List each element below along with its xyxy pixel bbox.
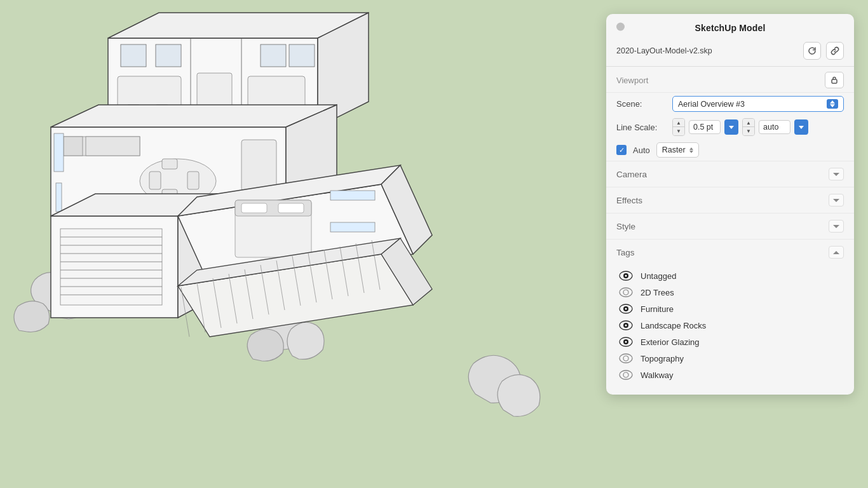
camera-chevron-down-icon xyxy=(833,173,839,176)
tag-item[interactable]: Exterior Glazing xyxy=(606,334,854,350)
scene-arrow xyxy=(827,99,838,109)
svg-point-81 xyxy=(625,325,627,327)
auto-dropdown-button[interactable] xyxy=(794,119,808,135)
file-row: 2020-LayOut-Model-v2.skp xyxy=(606,39,854,67)
svg-rect-19 xyxy=(86,137,140,156)
auto-stepper-up-button[interactable]: ▲ xyxy=(743,119,754,127)
tag-item[interactable]: Walkway xyxy=(606,367,854,383)
raster-value: Raster xyxy=(662,146,686,154)
building-sketch xyxy=(0,0,546,488)
panel-dot xyxy=(616,23,625,31)
effects-label: Effects xyxy=(616,196,642,205)
style-chevron[interactable] xyxy=(829,220,844,233)
svg-rect-70 xyxy=(832,79,837,83)
tags-chevron-up-icon xyxy=(833,251,839,254)
auto-stepper-down-button[interactable]: ▼ xyxy=(743,127,754,135)
svg-point-78 xyxy=(625,308,627,310)
tag-item[interactable]: Landscape Rocks xyxy=(606,317,854,334)
refresh-button[interactable] xyxy=(803,42,821,60)
tag-visibility-icon[interactable] xyxy=(619,271,633,281)
line-scale-label: Line Scale: xyxy=(616,123,667,132)
camera-section[interactable]: Camera xyxy=(606,161,854,187)
svg-rect-10 xyxy=(197,73,232,108)
scene-select[interactable]: Aerial Overview #3 xyxy=(672,96,844,112)
arrow-up-icon xyxy=(830,100,835,104)
svg-rect-5 xyxy=(261,44,286,67)
tag-item[interactable]: Topography xyxy=(606,350,854,367)
link-button[interactable] xyxy=(826,42,844,60)
file-name: 2020-LayOut-Model-v2.skp xyxy=(616,46,712,55)
tag-name: Exterior Glazing xyxy=(641,337,699,347)
svg-rect-45 xyxy=(241,203,267,213)
file-icons xyxy=(803,42,844,60)
auto-stepper[interactable]: ▲ ▼ xyxy=(742,118,755,136)
svg-rect-6 xyxy=(289,44,315,67)
camera-chevron[interactable] xyxy=(829,168,844,180)
auto-dropdown-arrow-icon xyxy=(799,126,804,129)
tag-visibility-icon[interactable] xyxy=(619,287,633,297)
svg-rect-26 xyxy=(54,133,64,172)
raster-arrow-up-icon xyxy=(689,147,693,150)
tag-item[interactable]: Furniture xyxy=(606,301,854,317)
svg-rect-31 xyxy=(60,229,162,305)
raster-select[interactable]: Raster xyxy=(656,142,699,158)
line-scale-row: Line Scale: ▲ ▼ 0.5 pt ▲ ▼ auto xyxy=(606,115,854,139)
svg-rect-48 xyxy=(330,222,375,232)
arrow-down-icon xyxy=(830,104,835,107)
style-chevron-down-icon xyxy=(833,225,839,228)
tags-chevron[interactable] xyxy=(829,246,844,259)
sketchup-panel: SketchUp Model 2020-LayOut-Model-v2.skp … xyxy=(606,14,854,395)
tags-label: Tags xyxy=(616,248,635,257)
auto-raster-row: ✓ Auto Raster xyxy=(606,139,854,161)
scene-row: Scene: Aerial Overview #3 xyxy=(606,93,854,115)
svg-point-73 xyxy=(625,275,627,277)
svg-point-75 xyxy=(623,290,628,295)
stepper-down-button[interactable]: ▼ xyxy=(673,127,684,135)
tag-visibility-icon[interactable] xyxy=(619,320,633,330)
tag-item[interactable]: 2D Trees xyxy=(606,284,854,301)
panel-title: SketchUp Model xyxy=(695,23,766,33)
tags-section: Tags Untagged 2D Trees Furniture Landsca… xyxy=(606,239,854,386)
tag-name: Topography xyxy=(641,354,684,363)
line-scale-value[interactable]: 0.5 pt xyxy=(689,120,721,134)
tag-name: 2D Trees xyxy=(641,288,674,297)
line-scale-dropdown-button[interactable] xyxy=(724,119,738,135)
effects-section[interactable]: Effects xyxy=(606,187,854,213)
svg-point-74 xyxy=(620,288,632,297)
effects-chevron[interactable] xyxy=(829,194,844,207)
svg-rect-23 xyxy=(162,159,177,169)
style-section[interactable]: Style xyxy=(606,213,854,239)
auto-checkbox[interactable]: ✓ xyxy=(616,145,627,155)
tag-visibility-icon[interactable] xyxy=(619,337,633,347)
line-scale-group: ▲ ▼ 0.5 pt ▲ ▼ auto xyxy=(672,118,844,136)
line-scale-stepper[interactable]: ▲ ▼ xyxy=(672,118,685,136)
stepper-up-button[interactable]: ▲ xyxy=(673,119,684,127)
scene-value: Aerial Overview #3 xyxy=(678,100,745,109)
style-label: Style xyxy=(616,222,635,231)
dropdown-arrow-icon xyxy=(729,126,734,129)
camera-label: Camera xyxy=(616,170,647,179)
tags-header[interactable]: Tags xyxy=(606,240,854,265)
svg-rect-3 xyxy=(121,44,146,67)
tag-name: Walkway xyxy=(641,370,674,380)
auto-text: Auto xyxy=(633,146,650,155)
svg-rect-22 xyxy=(187,172,199,189)
svg-point-87 xyxy=(620,370,632,379)
raster-arrow-down-icon xyxy=(689,151,693,153)
tag-visibility-icon[interactable] xyxy=(619,370,633,380)
svg-rect-46 xyxy=(278,203,304,213)
panel-header: SketchUp Model xyxy=(606,14,854,39)
svg-rect-21 xyxy=(149,172,161,189)
tag-item[interactable]: Untagged xyxy=(606,268,854,284)
svg-rect-4 xyxy=(156,44,181,67)
lock-button[interactable] xyxy=(825,72,844,88)
tag-visibility-icon[interactable] xyxy=(619,304,633,314)
tag-name: Landscape Rocks xyxy=(641,321,706,330)
effects-chevron-down-icon xyxy=(833,199,839,202)
svg-rect-25 xyxy=(241,140,276,191)
scene-label: Scene: xyxy=(616,99,667,109)
svg-rect-27 xyxy=(56,183,62,212)
svg-rect-47 xyxy=(330,191,375,200)
auto-value[interactable]: auto xyxy=(759,120,790,134)
tag-visibility-icon[interactable] xyxy=(619,353,633,363)
